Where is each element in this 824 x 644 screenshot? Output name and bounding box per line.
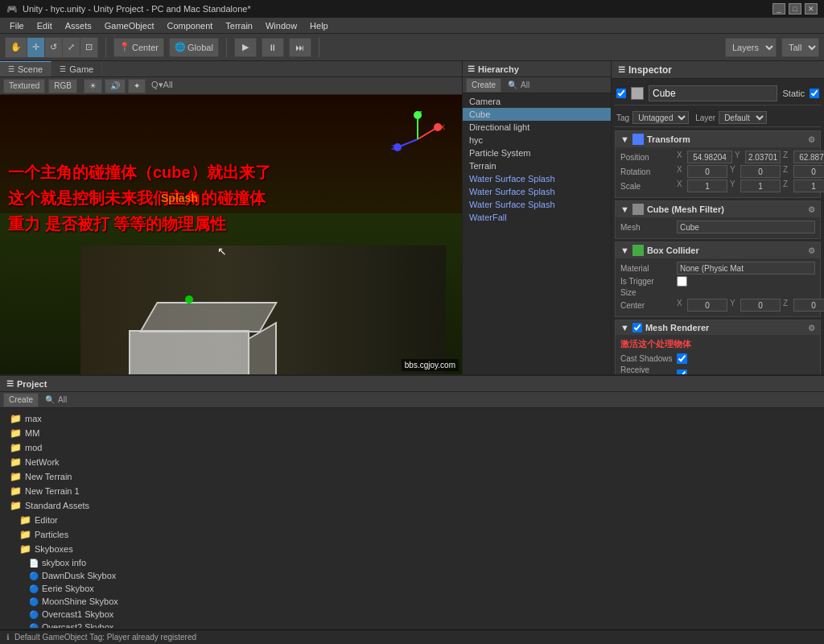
gizmo-button[interactable]: 🔊: [105, 79, 126, 93]
object-name-input[interactable]: [649, 85, 777, 101]
h-item-particle-system[interactable]: Particle System: [463, 147, 611, 159]
pos-z-input[interactable]: [793, 151, 824, 163]
h-item-cube[interactable]: Cube: [463, 108, 611, 121]
svg-text:X: X: [440, 123, 445, 131]
pos-x-input[interactable]: [687, 151, 732, 163]
play-button[interactable]: ▶: [234, 38, 257, 57]
cast-shadows-checkbox[interactable]: [677, 353, 687, 364]
trigger-row: Is Trigger: [620, 276, 815, 287]
mesh-filter-component: ▼ Cube (Mesh Filter) ⚙ Mesh Cube: [615, 200, 821, 239]
mesh-row: Mesh Cube: [620, 221, 815, 233]
center-z-input[interactable]: [793, 299, 824, 312]
p-item-standard-assets[interactable]: 📁 Standard Assets: [0, 498, 824, 513]
mesh-renderer-enable[interactable]: [632, 323, 642, 332]
maximize-button[interactable]: □: [789, 3, 801, 14]
scale-z-input[interactable]: [793, 180, 824, 192]
pos-y-input[interactable]: [745, 151, 781, 163]
close-button[interactable]: ✕: [805, 3, 818, 14]
p-item-overcast2[interactable]: 🔵 Overcast2 Skybox: [0, 621, 824, 628]
sun-button[interactable]: ☀: [84, 79, 102, 93]
h-item-camera[interactable]: Camera: [463, 95, 611, 108]
h-item-water-splash-1[interactable]: Water Surface Splash: [463, 172, 611, 185]
active-checkbox[interactable]: [616, 89, 626, 98]
mesh-filter-settings[interactable]: ⚙: [808, 205, 815, 214]
menu-terrain[interactable]: Terrain: [219, 19, 259, 32]
tab-scene[interactable]: ☰ Scene: [0, 61, 52, 76]
p-item-mm[interactable]: 📁 MM: [0, 426, 824, 440]
inspector-panel: ☰ Inspector Static Tag Untagged Layer: [611, 61, 824, 374]
center-y-input[interactable]: [740, 299, 781, 312]
hierarchy-create-button[interactable]: Create: [466, 78, 501, 93]
box-collider-settings[interactable]: ⚙: [808, 246, 815, 255]
mesh-filter-header[interactable]: ▼ Cube (Mesh Filter) ⚙: [616, 201, 820, 217]
h-item-water-splash-2[interactable]: Water Surface Splash: [463, 185, 611, 198]
scale-x-input[interactable]: [687, 180, 727, 192]
p-item-new-terrain[interactable]: 📁 New Terrain: [0, 469, 824, 484]
mesh-renderer-settings[interactable]: ⚙: [808, 324, 815, 332]
center-x-input[interactable]: [687, 299, 727, 312]
receive-shadows-checkbox[interactable]: [677, 369, 687, 375]
titlebar: 🎮 Unity - hyc.unity - Unity Project - PC…: [0, 0, 824, 18]
rot-z-input[interactable]: [793, 165, 824, 178]
effects-button[interactable]: ✦: [128, 79, 146, 93]
menu-component[interactable]: Component: [160, 19, 219, 32]
p-item-moonshine[interactable]: 🔵 MoonShine Skybox: [0, 595, 824, 608]
scene-viewport[interactable]: X Y Z 一个主角的碰撞体（cube）就出来了 这个就是控制未来我们主角的碰撞…: [0, 95, 462, 374]
hierarchy-content[interactable]: Camera Cube Directional light hyc Partic…: [463, 93, 611, 374]
scale-tool[interactable]: ⤢: [63, 38, 80, 57]
box-collider-header[interactable]: ▼ Box Collider ⚙: [616, 242, 820, 258]
h-item-hyc[interactable]: hyc: [463, 134, 611, 147]
hand-tool[interactable]: ✋: [6, 38, 27, 57]
static-checkbox[interactable]: [810, 89, 819, 98]
transform-settings[interactable]: ⚙: [808, 135, 815, 144]
is-trigger-checkbox[interactable]: [677, 276, 687, 287]
p-item-eerie[interactable]: 🔵 Eerie Skybox: [0, 582, 824, 595]
p-item-editor[interactable]: 📁 Editor: [0, 513, 824, 527]
layer-dropdown[interactable]: Default: [719, 111, 767, 124]
p-item-skyboxes[interactable]: 📁 Skyboxes: [0, 542, 824, 556]
textured-button[interactable]: Textured: [3, 79, 45, 93]
tab-game[interactable]: ☰ Game: [52, 61, 102, 76]
p-item-dawndusk[interactable]: 🔵 DawnDusk Skybox: [0, 569, 824, 582]
p-item-network[interactable]: 📁 NetWork: [0, 455, 824, 469]
layout-dropdown[interactable]: Tall: [781, 38, 819, 57]
scale-values: X Y Z: [677, 180, 824, 192]
step-button[interactable]: ⏭: [289, 38, 311, 57]
p-item-particles[interactable]: 📁 Particles: [0, 527, 824, 542]
rot-y-input[interactable]: [740, 165, 781, 178]
handle-top: [185, 295, 193, 303]
menu-assets[interactable]: Assets: [59, 19, 98, 32]
rgb-button[interactable]: RGB: [48, 79, 77, 93]
transform-header[interactable]: ▼ Transform ⚙: [616, 131, 820, 147]
menu-gameobject[interactable]: GameObject: [98, 19, 161, 32]
center-pivot-button[interactable]: 📍 Center: [113, 38, 164, 57]
menu-window[interactable]: Window: [259, 19, 303, 32]
project-content[interactable]: 📁 max 📁 MM 📁 mod 📁 NetWork 📁 New Terrain…: [0, 408, 824, 630]
scene-toolbar: Textured RGB ☀ 🔊 ✦ Q▾All: [0, 77, 462, 95]
h-item-directional-light[interactable]: Directional light: [463, 121, 611, 134]
p-item-mod[interactable]: 📁 mod: [0, 440, 824, 455]
rot-x-input[interactable]: [687, 165, 727, 178]
pause-button[interactable]: ⏸: [262, 38, 284, 57]
layers-dropdown[interactable]: Layers: [725, 38, 777, 57]
p-item-skybox-info[interactable]: 📄 skybox info: [0, 556, 824, 569]
p-item-overcast1[interactable]: 🔵 Overcast1 Skybox: [0, 608, 824, 621]
p-item-new-terrain-1[interactable]: 📁 New Terrain 1: [0, 484, 824, 498]
h-item-waterfall[interactable]: WaterFall: [463, 211, 611, 224]
h-item-terrain[interactable]: Terrain: [463, 159, 611, 172]
global-local-button[interactable]: 🌐 Global: [169, 38, 219, 57]
p-item-max[interactable]: 📁 max: [0, 411, 824, 426]
splash-label: Splash: [161, 192, 198, 204]
rect-tool[interactable]: ⊡: [80, 38, 97, 57]
h-item-water-splash-3[interactable]: Water Surface Splash: [463, 198, 611, 211]
scale-y-input[interactable]: [740, 180, 781, 192]
rotate-tool[interactable]: ↺: [45, 38, 63, 57]
minimize-button[interactable]: _: [772, 3, 785, 14]
menu-file[interactable]: File: [3, 19, 31, 32]
project-create-button[interactable]: Create: [3, 393, 39, 407]
tag-dropdown[interactable]: Untagged: [632, 111, 689, 124]
move-tool[interactable]: ✛: [27, 38, 45, 57]
mesh-renderer-header[interactable]: ▼ Mesh Renderer ⚙: [616, 320, 820, 335]
menu-edit[interactable]: Edit: [31, 19, 59, 32]
menu-help[interactable]: Help: [303, 19, 335, 32]
